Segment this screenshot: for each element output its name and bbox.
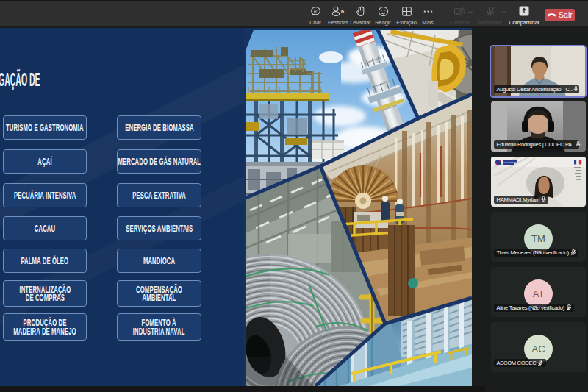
svg-text:6: 6 — [341, 8, 344, 15]
